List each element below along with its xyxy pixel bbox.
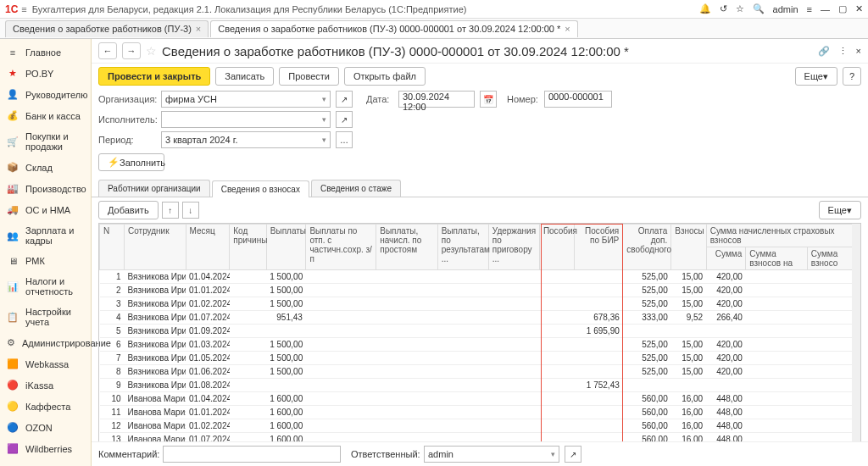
tab-doc-list[interactable]: Сведения о заработке работников (ПУ-3)× [5,20,209,37]
sidebar-item[interactable]: 📋Настройки учета [0,302,91,332]
maximize-icon[interactable]: ▢ [838,3,847,14]
sidebar-item[interactable]: 🔵OZON [0,417,91,438]
comment-field[interactable] [163,446,341,463]
menu-icon[interactable]: ≡ [21,4,26,14]
user-label[interactable]: admin [773,4,798,14]
subtab-seniority[interactable]: Сведения о стаже [311,180,401,197]
table-row[interactable]: 5Вязникова Ири...01.09.20241 695,90 [100,325,860,338]
sidebar-icon: 🔵 [7,422,19,433]
sidebar-item[interactable]: 🟧Webkassa [0,353,91,374]
star-icon[interactable]: ☆ [736,3,744,14]
sidebar-item[interactable]: ⚙Администрирование [0,332,91,353]
add-row-button[interactable]: Добавить [98,201,159,219]
org-field[interactable]: фирма УСН [161,91,331,108]
sidebar-label: Зарплата и кадры [25,225,84,246]
close-icon[interactable]: × [856,46,861,57]
sidebar-item[interactable]: ≡Главное [0,42,91,63]
table-row[interactable]: 3Вязникова Ири...01.02.20241 500,00525,0… [100,297,860,311]
subtab-contributions[interactable]: Сведения о взносах [212,180,309,197]
back-button[interactable]: ← [98,42,117,59]
table-row[interactable]: 2Вязникова Ири...01.01.20241 500,00525,0… [100,284,860,297]
table-row[interactable]: 1Вязникова Ири...01.04.20241 500,00525,0… [100,270,860,284]
open-file-button[interactable]: Открыть файл [344,67,426,86]
table-row[interactable]: 11Иванова Мария...01.01.20241 600,00560,… [100,406,860,419]
sidebar-item[interactable]: 🔴iKassa [0,374,91,396]
sidebar-item[interactable]: 🚚ОС и НМА [0,199,91,220]
table-row[interactable]: 8Вязникова Ири...01.06.20241 500,00525,0… [100,365,860,379]
sidebar-icon: 🚚 [7,204,19,215]
write-button[interactable]: Записать [215,67,274,86]
close-icon[interactable]: ✕ [855,3,863,14]
forward-button[interactable]: → [122,42,141,59]
history-icon[interactable]: ↺ [720,3,727,14]
sidebar-item[interactable]: 🟪Wildberries [0,438,91,459]
post-and-close-button[interactable]: Провести и закрыть [98,67,210,86]
subtab-workers[interactable]: Работники организации [98,180,210,197]
executor-label: Исполнитель: [98,114,156,125]
sidebar-item[interactable]: 🟡Каффеста [0,396,91,417]
sidebar-label: Производство [25,184,86,194]
responsible-open-button[interactable]: ↗ [565,446,581,463]
sidebar-item[interactable]: 📦Склад [0,157,91,178]
org-label: Организация: [98,94,156,104]
date-field[interactable]: 30.09.2024 12:00 [398,91,475,108]
document-title: Сведения о заработке работников (ПУ-3) 0… [162,44,629,58]
close-icon[interactable]: × [196,24,201,34]
number-field[interactable]: 0000-000001 [544,91,612,108]
app-title: Бухгалтерия для Беларуси, редакция 2.1. … [32,4,699,14]
sidebar: ≡Главное★РО.BY👤Руководителю💰Банк и касса… [0,39,92,466]
more-icon[interactable]: ⋮ [838,46,848,57]
more-button[interactable]: Еще ▾ [795,67,837,86]
sidebar-item[interactable]: 💰Банк и касса [0,105,91,126]
responsible-field[interactable]: admin [424,446,559,463]
table-row[interactable]: 12Иванова Мария...01.02.20241 600,00560,… [100,419,860,433]
window-menu-icon[interactable]: ≡ [807,4,812,14]
calendar-icon[interactable]: 📅 [480,91,497,108]
sidebar-item[interactable]: 👥Зарплата и кадры [0,220,91,251]
sidebar-icon: 💰 [7,110,19,121]
document-tabs: Сведения о заработке работников (ПУ-3)× … [0,19,868,39]
sidebar-icon: 📋 [7,312,19,323]
sidebar-item[interactable]: 🏭Производство [0,178,91,199]
move-down-button[interactable]: ↓ [182,202,199,219]
sidebar-label: Каффеста [25,402,70,412]
help-button[interactable]: ? [843,67,861,86]
responsible-label: Ответственный: [351,449,419,459]
sidebar-label: OZON [25,423,53,433]
period-select-button[interactable]: … [336,131,353,148]
period-field[interactable]: 3 квартал 2024 г. [161,131,331,148]
sidebar-item[interactable]: 👤Руководителю [0,84,91,105]
sidebar-icon: 👤 [7,89,19,100]
link-icon[interactable]: 🔗 [818,46,830,57]
table-row[interactable]: 6Вязникова Ири...01.03.20241 500,00525,0… [100,338,860,352]
sidebar-item[interactable]: 🖥РМК [0,251,91,271]
sidebar-icon: 🖥 [7,256,19,266]
close-icon[interactable]: × [565,24,570,34]
table-row[interactable]: 4Вязникова Ири...01.07.2024951,43678,363… [100,311,860,325]
minimize-icon[interactable]: — [821,4,830,14]
table-row[interactable]: 7Вязникова Ири...01.05.20241 500,00525,0… [100,352,860,365]
executor-field[interactable] [161,111,331,128]
sidebar-item[interactable]: 📊Налоги и отчетность [0,271,91,302]
sidebar-item[interactable]: ★РО.BY [0,63,91,84]
post-button[interactable]: Провести [279,67,339,86]
sidebar-item[interactable]: 🛒Покупки и продажи [0,126,91,157]
sidebar-icon: 📦 [7,162,19,173]
favorite-icon[interactable]: ☆ [146,44,157,58]
tab-doc-current[interactable]: Сведения о заработке работников (ПУ-3) 0… [210,20,577,37]
bell-icon[interactable]: 🔔 [699,3,711,14]
search-icon[interactable]: 🔍 [753,3,765,14]
vertical-scrollbar[interactable] [852,224,860,457]
fill-button[interactable]: ⚡ Заполнить [98,153,164,171]
executor-open-button[interactable]: ↗ [336,111,353,128]
data-table: N Сотрудник Месяц Код причины Выплаты Вы… [98,223,861,466]
table-row[interactable]: 10Иванова Мария...01.04.20241 600,00560,… [100,392,860,406]
sidebar-icon: 🔴 [7,380,19,391]
table-more-button[interactable]: Еще ▾ [819,201,861,219]
table-row[interactable]: 9Вязникова Ири...01.08.20241 752,43 [100,379,860,392]
comment-label: Комментарий: [98,449,158,459]
number-label: Номер: [507,94,539,104]
sidebar-icon: 🏭 [7,183,19,194]
org-open-button[interactable]: ↗ [336,91,353,108]
move-up-button[interactable]: ↑ [162,202,179,219]
